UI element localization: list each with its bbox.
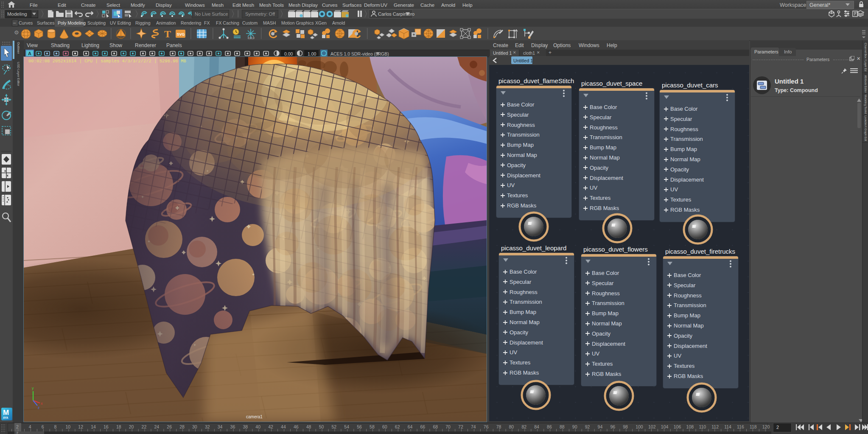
svg-text:camera1: camera1	[246, 414, 263, 419]
svg-text:z: z	[38, 406, 40, 410]
svg-text:A: A	[28, 51, 31, 56]
svg-text:y: y	[32, 386, 34, 390]
svg-text:00:02:08 2052x1614 | CPU | sam: 00:02:08 2052x1614 | CPU | samples 4/3/3…	[28, 59, 186, 64]
svg-text:SVG: SVG	[177, 32, 185, 36]
svg-text:T: T	[164, 28, 171, 39]
svg-text:x: x	[41, 401, 43, 406]
svg-text:0,0,0: 0,0,0	[248, 36, 255, 39]
